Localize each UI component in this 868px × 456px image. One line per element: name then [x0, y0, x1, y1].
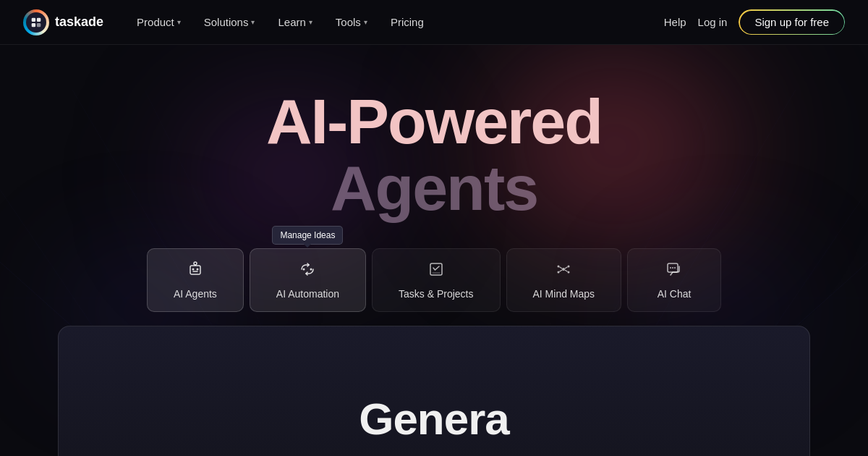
svg-line-29	[565, 267, 568, 269]
tab-ai-mind-maps[interactable]: AI Mind Maps	[506, 248, 622, 312]
tab-tasks-projects-label: Tasks & Projects	[399, 288, 473, 300]
svg-point-34	[672, 267, 673, 269]
tab-ai-agents[interactable]: AI Agents	[147, 248, 244, 312]
help-link[interactable]: Help	[664, 16, 686, 28]
svg-point-15	[194, 262, 197, 265]
svg-point-26	[558, 271, 560, 273]
nav-right: Help Log in Sign up for free	[664, 9, 845, 35]
tab-ai-automation-label: AI Automation	[276, 288, 339, 300]
svg-point-24	[558, 265, 560, 267]
tab-ai-chat-label: AI Chat	[658, 288, 692, 300]
svg-point-33	[670, 267, 671, 269]
svg-line-31	[565, 270, 568, 271]
svg-point-18	[196, 268, 198, 270]
hero-title-line1: AI-Powered	[266, 88, 602, 155]
logo-text: taskade	[55, 14, 103, 30]
logo-mark[interactable]	[23, 9, 49, 35]
hero-section: AI-Powered Agents AI Agents Manage Ideas	[0, 45, 868, 456]
svg-rect-14	[190, 266, 200, 274]
chevron-down-icon: ▾	[364, 18, 367, 26]
svg-point-17	[192, 268, 194, 270]
feature-tabs: AI Agents Manage Ideas AI Automation	[144, 248, 724, 312]
nav-left: taskade Product ▾ Solutions ▾ Learn ▾ To…	[23, 9, 434, 35]
svg-point-20	[303, 268, 305, 270]
ai-agents-icon	[187, 261, 204, 281]
svg-point-27	[568, 271, 570, 273]
signup-button[interactable]: Sign up for free	[739, 9, 845, 35]
hero-title-line2: Agents	[266, 155, 602, 221]
login-link[interactable]: Log in	[698, 16, 728, 28]
logo-inner	[26, 12, 46, 33]
svg-point-25	[568, 265, 570, 267]
tab-ai-agents-label: AI Agents	[174, 288, 217, 300]
tab-ai-automation[interactable]: Manage Ideas AI Automation	[250, 248, 366, 312]
nav-item-solutions[interactable]: Solutions ▾	[194, 10, 265, 34]
tab-ai-mind-maps-label: AI Mind Maps	[533, 288, 595, 300]
nav-item-pricing[interactable]: Pricing	[380, 10, 434, 34]
svg-rect-3	[37, 22, 41, 26]
nav-item-tools[interactable]: Tools ▾	[326, 10, 378, 34]
svg-line-28	[560, 267, 563, 269]
svg-rect-2	[32, 22, 35, 26]
tab-ai-chat[interactable]: AI Chat	[627, 248, 721, 312]
hero-title: AI-Powered Agents	[266, 88, 602, 222]
ai-chat-icon	[665, 261, 683, 281]
navbar: taskade Product ▾ Solutions ▾ Learn ▾ To…	[0, 0, 868, 45]
svg-rect-0	[32, 17, 35, 21]
tasks-projects-icon	[427, 261, 445, 281]
nav-menu: Product ▾ Solutions ▾ Learn ▾ Tools ▾ Pr…	[127, 10, 434, 34]
chevron-down-icon: ▾	[177, 18, 181, 26]
bottom-card-title: Genera	[359, 397, 509, 442]
ai-mind-maps-icon	[555, 261, 572, 281]
bottom-card: Genera	[58, 326, 810, 456]
tab-tasks-projects[interactable]: Tasks & Projects	[372, 248, 500, 312]
svg-point-23	[562, 268, 565, 271]
tooltip-manage-ideas: Manage Ideas	[272, 226, 343, 245]
chevron-down-icon: ▾	[251, 18, 255, 26]
nav-item-learn[interactable]: Learn ▾	[268, 10, 322, 34]
svg-rect-1	[37, 17, 41, 21]
chevron-down-icon: ▾	[309, 18, 312, 26]
svg-point-21	[310, 268, 312, 270]
ai-automation-icon	[299, 261, 316, 281]
nav-item-product[interactable]: Product ▾	[127, 10, 191, 34]
svg-line-30	[560, 270, 563, 271]
svg-point-35	[674, 267, 676, 269]
